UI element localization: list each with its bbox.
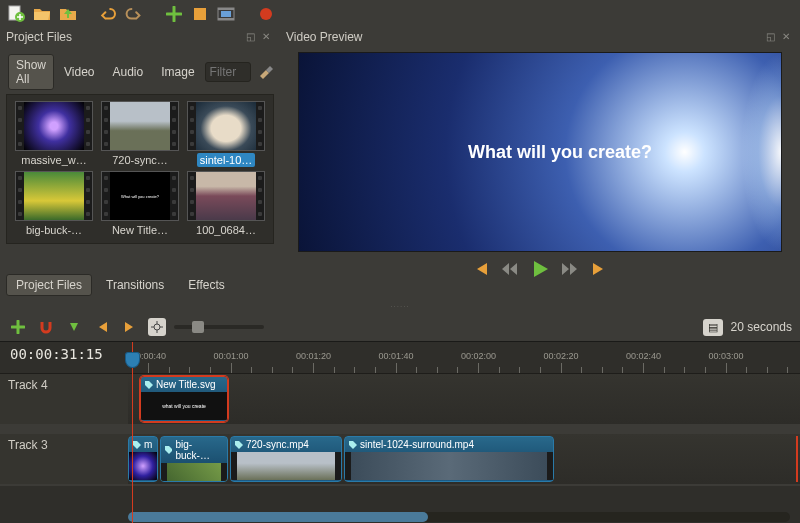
clip[interactable]: sintel-1024-surround.mp4 bbox=[344, 436, 554, 482]
close-icon[interactable]: ✕ bbox=[262, 31, 274, 43]
project-files-title: Project Files bbox=[6, 30, 72, 44]
tag-icon bbox=[145, 381, 153, 389]
clear-filter-icon[interactable] bbox=[257, 63, 273, 81]
main-row: Project Files ◱ ✕ Show All Video Audio I… bbox=[0, 28, 800, 300]
timeline-toolbar: ▤ 20 seconds bbox=[0, 313, 800, 341]
open-project-button[interactable] bbox=[32, 4, 52, 24]
track-label[interactable]: Track 4 bbox=[0, 374, 128, 424]
media-label: sintel-10… bbox=[197, 153, 256, 167]
project-tabs: Project Files Transitions Effects bbox=[0, 270, 280, 300]
prev-marker-button[interactable] bbox=[92, 317, 112, 337]
clip-name: sintel-1024-surround.mp4 bbox=[360, 439, 474, 450]
filter-row: Show All Video Audio Image bbox=[0, 50, 280, 94]
main-toolbar bbox=[0, 0, 800, 28]
undo-button[interactable] bbox=[98, 4, 118, 24]
record-button[interactable] bbox=[256, 4, 276, 24]
track-content[interactable]: New Title.svg what will you create bbox=[128, 374, 800, 424]
clip-thumbnail bbox=[231, 452, 341, 480]
undock-icon[interactable]: ◱ bbox=[766, 31, 778, 43]
clip-thumbnail bbox=[345, 452, 553, 480]
clip-edge-marker bbox=[796, 436, 798, 482]
tab-project-files[interactable]: Project Files bbox=[6, 274, 92, 296]
tag-icon bbox=[133, 441, 141, 449]
media-label: 100_0684… bbox=[193, 223, 259, 237]
add-marker-button[interactable] bbox=[64, 317, 84, 337]
filter-input[interactable] bbox=[205, 62, 251, 82]
close-icon[interactable]: ✕ bbox=[782, 31, 794, 43]
svg-point-7 bbox=[260, 8, 272, 20]
tag-icon bbox=[165, 446, 172, 454]
redo-button[interactable] bbox=[124, 4, 144, 24]
svg-rect-6 bbox=[221, 11, 231, 17]
media-item[interactable]: 100_0684… bbox=[185, 171, 267, 237]
duration-label: 20 seconds bbox=[731, 320, 792, 334]
save-project-button[interactable] bbox=[58, 4, 78, 24]
add-track-button[interactable] bbox=[8, 317, 28, 337]
tab-transitions[interactable]: Transitions bbox=[96, 274, 174, 296]
svg-point-8 bbox=[154, 324, 160, 330]
filter-video[interactable]: Video bbox=[56, 61, 102, 83]
clip-name: 720-sync.mp4 bbox=[246, 439, 309, 450]
media-grid: massive_w… 720-sync… sintel-10… big-buck… bbox=[6, 94, 274, 244]
media-item[interactable]: What will you create? New Title… bbox=[99, 171, 181, 237]
preview-controls bbox=[280, 256, 800, 282]
clip[interactable]: 720-sync.mp4 bbox=[230, 436, 342, 482]
timeline-scrollbar[interactable] bbox=[128, 512, 790, 522]
tab-effects[interactable]: Effects bbox=[178, 274, 234, 296]
preview-panel: Video Preview ◱ ✕ What will you create? bbox=[280, 28, 800, 300]
export-button[interactable] bbox=[216, 4, 236, 24]
center-playhead-button[interactable] bbox=[148, 318, 166, 336]
timeline-ruler[interactable]: 00:00:31:15 00:00:4000:01:0000:01:2000:0… bbox=[0, 342, 800, 374]
tag-icon bbox=[349, 441, 357, 449]
clip[interactable]: New Title.svg what will you create bbox=[140, 376, 228, 422]
snap-button[interactable] bbox=[36, 317, 56, 337]
media-item[interactable]: sintel-10… bbox=[185, 101, 267, 167]
clip-thumbnail bbox=[161, 463, 227, 482]
media-label: massive_w… bbox=[18, 153, 89, 167]
svg-rect-4 bbox=[218, 8, 234, 10]
playhead[interactable] bbox=[132, 342, 133, 523]
clip-thumbnail bbox=[129, 452, 157, 480]
media-label: big-buck-… bbox=[23, 223, 85, 237]
timeline-mode-icon[interactable]: ▤ bbox=[703, 319, 723, 336]
svg-rect-2 bbox=[194, 8, 206, 20]
media-item[interactable]: big-buck-… bbox=[13, 171, 95, 237]
play-button[interactable] bbox=[531, 260, 549, 278]
timeline-track: Track 3 m big-buck-… 720-sync.mp4 sintel… bbox=[0, 434, 800, 486]
jump-end-button[interactable] bbox=[591, 261, 609, 277]
media-label: New Title… bbox=[109, 223, 171, 237]
preview-header: Video Preview ◱ ✕ bbox=[280, 28, 800, 50]
zoom-slider[interactable] bbox=[174, 325, 264, 329]
splitter-handle[interactable]: ······ bbox=[0, 300, 800, 313]
timeline: 00:00:31:15 00:00:4000:01:0000:01:2000:0… bbox=[0, 341, 800, 523]
media-label: 720-sync… bbox=[109, 153, 171, 167]
svg-rect-5 bbox=[218, 18, 234, 20]
rewind-button[interactable] bbox=[501, 262, 519, 276]
track-label[interactable]: Track 3 bbox=[0, 434, 128, 484]
filter-audio[interactable]: Audio bbox=[105, 61, 152, 83]
clip-thumbnail: what will you create bbox=[141, 392, 227, 420]
filter-show-all[interactable]: Show All bbox=[8, 54, 54, 90]
preview-video: What will you create? bbox=[298, 52, 782, 252]
project-files-panel: Project Files ◱ ✕ Show All Video Audio I… bbox=[0, 28, 280, 300]
media-item[interactable]: massive_w… bbox=[13, 101, 95, 167]
preview-overlay-text: What will you create? bbox=[468, 142, 652, 163]
media-item[interactable]: 720-sync… bbox=[99, 101, 181, 167]
marker-button[interactable] bbox=[190, 4, 210, 24]
new-project-button[interactable] bbox=[6, 4, 26, 24]
fast-forward-button[interactable] bbox=[561, 262, 579, 276]
filter-image[interactable]: Image bbox=[153, 61, 202, 83]
jump-start-button[interactable] bbox=[471, 261, 489, 277]
current-timecode: 00:00:31:15 bbox=[10, 346, 103, 362]
next-marker-button[interactable] bbox=[120, 317, 140, 337]
project-files-header: Project Files ◱ ✕ bbox=[0, 28, 280, 50]
clip-name: m bbox=[144, 439, 152, 450]
clip-name: New Title.svg bbox=[156, 379, 215, 390]
undock-icon[interactable]: ◱ bbox=[246, 31, 258, 43]
clip-name: big-buck-… bbox=[175, 439, 223, 461]
clip[interactable]: big-buck-… bbox=[160, 436, 228, 482]
add-media-button[interactable] bbox=[164, 4, 184, 24]
tag-icon bbox=[235, 441, 243, 449]
timeline-track: Track 4 New Title.svg what will you crea… bbox=[0, 374, 800, 426]
track-content[interactable]: m big-buck-… 720-sync.mp4 sintel-1024-su… bbox=[128, 434, 800, 484]
